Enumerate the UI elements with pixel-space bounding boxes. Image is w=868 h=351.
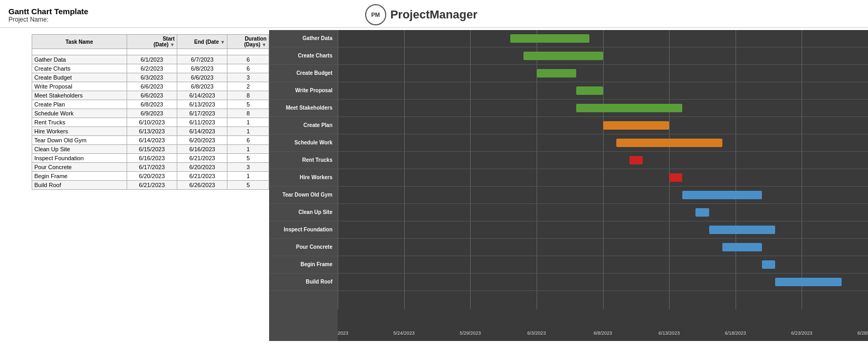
date-tick: 6/23/2023 xyxy=(791,330,812,336)
task-start-cell: 6/15/2023 xyxy=(127,145,177,154)
gantt-bar xyxy=(682,191,762,199)
task-end-cell: 6/16/2023 xyxy=(177,145,227,154)
gantt-label-row: Pour Concrete xyxy=(269,239,338,256)
gantt-label: Clean Up Site xyxy=(299,209,332,216)
gantt-bar xyxy=(669,173,682,182)
gantt-bar-row xyxy=(338,82,868,100)
task-end-cell: 6/20/2023 xyxy=(177,136,227,145)
gantt-bar xyxy=(722,243,762,251)
col-duration: Duration(Days) ▼ xyxy=(227,35,269,49)
task-start-cell: 6/14/2023 xyxy=(127,136,177,145)
table-section: Task Name Start(Date) ▼ End (Date ▼ Dura… xyxy=(0,30,269,341)
gantt-label-row: Rent Trucks xyxy=(269,152,338,169)
task-dur-cell: 5 xyxy=(227,100,269,109)
col-end: End (Date ▼ xyxy=(177,35,227,49)
gantt-bar-row xyxy=(338,187,868,204)
task-dur-cell: 1 xyxy=(227,127,269,136)
task-end-cell: 6/6/2023 xyxy=(177,73,227,82)
task-dur-cell: 6 xyxy=(227,55,269,64)
task-start-cell: 6/8/2023 xyxy=(127,100,177,109)
date-tick: 6/13/2023 xyxy=(659,330,680,336)
date-tick: 6/28/2023 xyxy=(857,330,868,336)
gantt-label-row: Build Roof xyxy=(269,274,338,291)
gantt-label: Gather Data xyxy=(302,35,332,42)
gantt-bar xyxy=(576,104,682,112)
gantt-bar xyxy=(762,260,775,269)
task-start-cell: 6/1/2023 xyxy=(127,55,177,64)
gantt-label: Create Plan xyxy=(303,122,332,129)
task-name-cell: Create Budget xyxy=(32,73,127,82)
bars-area xyxy=(338,30,868,325)
gantt-bar xyxy=(695,208,709,217)
empty-row xyxy=(32,49,269,55)
table-row: Hire Workers 6/13/2023 6/14/2023 1 xyxy=(32,127,269,136)
gantt-bar-row xyxy=(338,30,868,47)
col-start: Start(Date) ▼ xyxy=(127,35,177,49)
gantt-bar xyxy=(616,139,722,147)
task-name-cell: Tear Down Old Gym xyxy=(32,136,127,145)
date-tick: 5/24/2023 xyxy=(394,330,415,336)
task-start-cell: 6/9/2023 xyxy=(127,109,177,118)
task-name-cell: Schedule Work xyxy=(32,109,127,118)
table-row: Pour Concrete 6/17/2023 6/20/2023 3 xyxy=(32,163,269,172)
gantt-bar xyxy=(775,278,842,286)
gantt-label-row: Write Proposal xyxy=(269,82,338,100)
gantt-label: Schedule Work xyxy=(294,140,332,146)
gantt-label: Pour Concrete xyxy=(296,244,332,250)
table-header-row: Task Name Start(Date) ▼ End (Date ▼ Dura… xyxy=(32,35,269,49)
gantt-label: Write Proposal xyxy=(295,87,332,94)
task-name-cell: Clean Up Site xyxy=(32,145,127,154)
task-end-cell: 6/8/2023 xyxy=(177,64,227,73)
task-name-cell: Inspect Foundation xyxy=(32,154,127,163)
table-row: Clean Up Site 6/15/2023 6/16/2023 1 xyxy=(32,145,269,154)
gantt-bar-row xyxy=(338,47,868,65)
task-dur-cell: 3 xyxy=(227,163,269,172)
gantt-bar-row xyxy=(338,65,868,82)
gantt-bar xyxy=(523,52,603,60)
gantt-labels: Gather DataCreate ChartsCreate BudgetWri… xyxy=(269,30,338,341)
task-name-cell: Create Charts xyxy=(32,64,127,73)
task-start-cell: 6/6/2023 xyxy=(127,91,177,100)
header-left: Gantt Chart Template Project Name: xyxy=(8,7,88,23)
task-start-cell: 6/20/2023 xyxy=(127,172,177,181)
gantt-label: Tear Down Old Gym xyxy=(282,192,332,198)
gantt-bar-row xyxy=(338,256,868,274)
gantt-label-row: Schedule Work xyxy=(269,134,338,152)
task-start-cell: 6/3/2023 xyxy=(127,73,177,82)
gantt-bar-row xyxy=(338,100,868,117)
table-row: Create Charts 6/2/2023 6/8/2023 6 xyxy=(32,64,269,73)
gantt-label-row: Hire Workers xyxy=(269,169,338,187)
task-end-cell: 6/14/2023 xyxy=(177,91,227,100)
task-start-cell: 6/21/2023 xyxy=(127,181,177,190)
gantt-label: Inspect Foundation xyxy=(284,227,332,233)
task-name-cell: Gather Data xyxy=(32,55,127,64)
task-end-cell: 6/7/2023 xyxy=(177,55,227,64)
task-dur-cell: 2 xyxy=(227,82,269,91)
task-name-cell: Hire Workers xyxy=(32,127,127,136)
main-content: Task Name Start(Date) ▼ End (Date ▼ Dura… xyxy=(0,30,868,341)
task-start-cell: 6/17/2023 xyxy=(127,163,177,172)
gantt-label-row: Meet Stakeholders xyxy=(269,100,338,117)
logo-area: PM ProjectManager xyxy=(365,4,478,25)
table-row: Tear Down Old Gym 6/14/2023 6/20/2023 6 xyxy=(32,136,269,145)
table-row: Rent Trucks 6/10/2023 6/11/2023 1 xyxy=(32,118,269,127)
task-start-cell: 6/13/2023 xyxy=(127,127,177,136)
gantt-bar-row xyxy=(338,152,868,169)
task-table-body: Gather Data 6/1/2023 6/7/2023 6 Create C… xyxy=(32,49,269,190)
task-name-cell: Write Proposal xyxy=(32,82,127,91)
gantt-label-row: Create Plan xyxy=(269,117,338,134)
gantt-section: Gather DataCreate ChartsCreate BudgetWri… xyxy=(269,30,868,341)
task-table: Task Name Start(Date) ▼ End (Date ▼ Dura… xyxy=(32,34,269,190)
gantt-label: Meet Stakeholders xyxy=(286,105,332,111)
task-end-cell: 6/26/2023 xyxy=(177,181,227,190)
task-dur-cell: 5 xyxy=(227,154,269,163)
task-end-cell: 6/8/2023 xyxy=(177,82,227,91)
task-name-cell: Rent Trucks xyxy=(32,118,127,127)
gantt-label: Create Charts xyxy=(298,53,332,59)
gantt-label-row: Create Charts xyxy=(269,47,338,65)
gantt-label: Begin Frame xyxy=(300,261,332,268)
project-name-label: Project Name: xyxy=(8,16,88,23)
task-start-cell: 6/10/2023 xyxy=(127,118,177,127)
task-dur-cell: 1 xyxy=(227,172,269,181)
table-row: Create Plan 6/8/2023 6/13/2023 5 xyxy=(32,100,269,109)
